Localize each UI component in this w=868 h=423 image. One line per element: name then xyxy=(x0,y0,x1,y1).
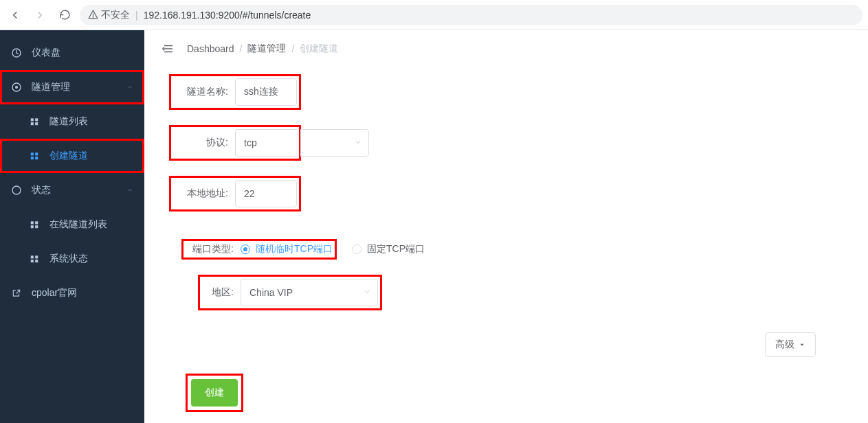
svg-rect-19 xyxy=(31,260,34,262)
breadcrumb-sep: / xyxy=(240,43,243,54)
local-addr-input[interactable] xyxy=(235,180,297,207)
field-region-group: 地区: xyxy=(198,275,382,310)
breadcrumb-root[interactable]: Dashboard xyxy=(187,43,234,54)
sidebar-item-create-tunnel[interactable]: 创建隧道 xyxy=(0,139,144,173)
svg-rect-4 xyxy=(31,118,34,121)
sidebar-item-system-status[interactable]: 系统状态 xyxy=(0,242,144,276)
external-link-icon xyxy=(11,288,22,299)
grid-icon xyxy=(29,253,40,264)
radio-label: 随机临时TCP端口 xyxy=(256,243,333,255)
svg-rect-6 xyxy=(31,122,34,125)
svg-rect-16 xyxy=(35,225,38,228)
tunnel-name-input[interactable] xyxy=(235,78,297,106)
sidebar-item-label: 状态 xyxy=(32,184,51,196)
sidebar-item-label: 系统状态 xyxy=(49,253,88,265)
port-type-label: 端口类型: xyxy=(186,243,241,255)
region-select-input[interactable] xyxy=(241,279,378,306)
svg-rect-8 xyxy=(31,152,34,155)
browser-reload-button[interactable] xyxy=(55,5,74,25)
advanced-button[interactable]: 高级 xyxy=(765,332,816,357)
sidebar-item-label: 隧道管理 xyxy=(32,81,70,93)
url-separator: | xyxy=(135,10,138,21)
radio-dot-icon xyxy=(352,244,361,254)
warning-icon xyxy=(88,10,98,20)
sidebar-item-tunnel-mgmt[interactable]: 隧道管理 xyxy=(0,70,144,104)
protocol-select[interactable] xyxy=(300,129,369,157)
menu-fold-icon xyxy=(162,43,175,55)
svg-marker-24 xyxy=(801,344,804,346)
create-tunnel-form: 隧道名称: 协议: 本地地址: xyxy=(144,67,868,419)
svg-rect-11 xyxy=(35,157,38,159)
list-icon xyxy=(29,116,40,127)
browser-chrome: 不安全 | 192.168.191.130:9200/#/tunnels/cre… xyxy=(0,0,868,30)
sidebar-item-online-tunnels[interactable]: 在线隧道列表 xyxy=(0,207,144,242)
status-icon xyxy=(11,185,22,196)
field-port-type-group: 端口类型: 随机临时TCP端口 xyxy=(181,239,337,260)
port-type-fixed-radio[interactable]: 固定TCP端口 xyxy=(352,243,425,255)
region-label: 地区: xyxy=(202,286,241,299)
settings-icon xyxy=(11,82,22,93)
svg-rect-17 xyxy=(31,255,34,258)
insecure-warning: 不安全 xyxy=(88,9,130,21)
create-button[interactable]: 创建 xyxy=(191,379,238,407)
browser-forward-button[interactable] xyxy=(30,5,49,25)
svg-rect-9 xyxy=(35,152,38,155)
sidebar-item-dashboard[interactable]: 仪表盘 xyxy=(0,36,144,70)
protocol-value-display[interactable] xyxy=(235,129,297,157)
grid-icon xyxy=(29,150,40,161)
sidebar-item-status[interactable]: 状态 xyxy=(0,173,144,207)
field-local-addr-group: 本地地址: xyxy=(169,176,301,212)
svg-rect-7 xyxy=(35,122,38,125)
field-tunnel-name-group: 隧道名称: xyxy=(169,74,301,110)
browser-url-bar[interactable]: 不安全 | 192.168.191.130:9200/#/tunnels/cre… xyxy=(80,5,863,25)
svg-rect-15 xyxy=(31,225,34,228)
svg-rect-5 xyxy=(35,118,38,121)
svg-rect-20 xyxy=(35,260,38,262)
sidebar-item-label: 创建隧道 xyxy=(49,150,88,162)
svg-rect-14 xyxy=(35,221,38,224)
menu-toggle-button[interactable] xyxy=(161,41,176,56)
radio-dot-icon xyxy=(241,244,250,254)
svg-point-12 xyxy=(12,186,21,194)
breadcrumb-parent[interactable]: 隧道管理 xyxy=(247,43,286,55)
sidebar: 仪表盘 隧道管理 隧道列表 创建隧道 xyxy=(0,30,144,423)
topbar: Dashboard / 隧道管理 / 创建隧道 xyxy=(144,30,868,67)
sidebar-item-label: 隧道列表 xyxy=(49,115,88,128)
svg-rect-10 xyxy=(31,157,34,159)
create-button-label: 创建 xyxy=(205,387,224,398)
chevron-up-icon xyxy=(126,185,133,196)
protocol-select-extra[interactable] xyxy=(300,129,369,157)
url-text: 192.168.191.130:9200/#/tunnels/create xyxy=(144,10,311,21)
svg-rect-18 xyxy=(35,255,38,258)
chevron-up-icon xyxy=(126,82,133,93)
field-protocol-group: 协议: xyxy=(169,125,301,161)
radio-label: 固定TCP端口 xyxy=(367,243,425,255)
sidebar-item-label: cpolar官网 xyxy=(32,287,77,299)
sidebar-item-label: 仪表盘 xyxy=(32,47,60,59)
protocol-label: 协议: xyxy=(173,137,235,149)
svg-point-1 xyxy=(93,16,93,17)
breadcrumb: Dashboard / 隧道管理 / 创建隧道 xyxy=(187,43,338,55)
svg-point-3 xyxy=(16,87,18,89)
breadcrumb-sep: / xyxy=(291,43,294,54)
sidebar-item-label: 在线隧道列表 xyxy=(49,218,107,231)
svg-rect-13 xyxy=(31,221,34,224)
caret-down-icon xyxy=(799,341,805,348)
grid-icon xyxy=(29,219,40,230)
tunnel-name-label: 隧道名称: xyxy=(173,86,235,98)
sidebar-item-cpolar-site[interactable]: cpolar官网 xyxy=(0,276,144,310)
region-select[interactable] xyxy=(241,279,378,306)
browser-back-button[interactable] xyxy=(5,5,25,25)
submit-highlight: 创建 xyxy=(186,374,243,412)
sidebar-item-tunnel-list[interactable]: 隧道列表 xyxy=(0,104,144,139)
insecure-label: 不安全 xyxy=(101,9,130,21)
local-addr-label: 本地地址: xyxy=(173,187,235,200)
dashboard-icon xyxy=(11,47,22,58)
port-type-random-radio[interactable]: 随机临时TCP端口 xyxy=(241,243,333,255)
breadcrumb-current: 创建隧道 xyxy=(300,43,338,55)
main-content: Dashboard / 隧道管理 / 创建隧道 隧道名称: 协议: xyxy=(144,30,868,423)
advanced-label: 高级 xyxy=(775,339,794,351)
